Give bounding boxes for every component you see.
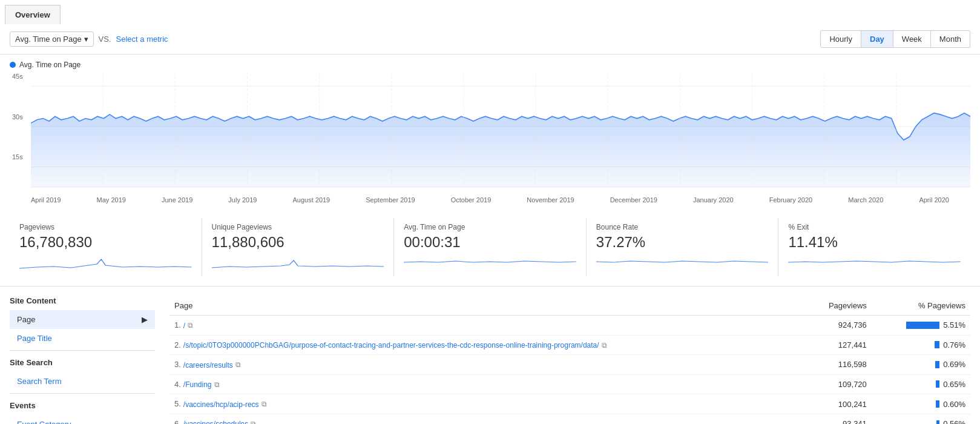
- table-row: 3./careers/results⧉116,5980.69%: [169, 355, 970, 375]
- metric-sparkline-avgtime: [404, 253, 576, 271]
- sidebar-section-site-content: Site Content: [10, 296, 155, 305]
- day-button[interactable]: Day: [861, 30, 893, 48]
- x-label-oct19: October 2019: [451, 196, 492, 204]
- chart-legend: Avg. Time on Page: [10, 61, 970, 69]
- sidebar: Site Content Page ▶ Page Title Site Sear…: [10, 296, 155, 424]
- copy-icon[interactable]: ⧉: [251, 420, 256, 424]
- table-cell-page: 3./careers/results⧉: [169, 355, 803, 375]
- table-cell-pageviews: 109,720: [803, 374, 872, 394]
- top-controls: Avg. Time on Page ▾ VS. Select a metric …: [0, 24, 980, 55]
- x-label-feb20: February 2020: [769, 196, 813, 204]
- metric-sparkline-exit: [788, 253, 961, 271]
- table-cell-pageviews: 93,341: [803, 414, 872, 424]
- metric-value-exit: 11.41%: [788, 234, 961, 251]
- sidebar-item-search-term-label: Search Term: [17, 377, 61, 386]
- page-link[interactable]: /s/topic/0TO3p000000PChbGAG/purpose-of-c…: [183, 341, 599, 349]
- chart-legend-label: Avg. Time on Page: [19, 61, 81, 69]
- hourly-button[interactable]: Hourly: [820, 30, 861, 48]
- metric-label-pageviews: Pageviews: [19, 223, 192, 231]
- sidebar-item-page[interactable]: Page ▶: [10, 310, 155, 329]
- table-cell-pct: 0.60%: [872, 394, 970, 414]
- metric-dropdown-label: Avg. Time on Page: [15, 35, 82, 44]
- sidebar-section-events: Events: [10, 401, 155, 410]
- table-cell-pct: 0.56%: [872, 414, 970, 424]
- table-cell-pct: 0.65%: [872, 374, 970, 394]
- row-num: 5.: [174, 399, 181, 408]
- chart-area[interactable]: [31, 73, 970, 194]
- page-link[interactable]: /: [183, 322, 185, 330]
- sidebar-item-event-category[interactable]: Event Category: [10, 415, 155, 424]
- sidebar-item-page-label: Page: [17, 315, 35, 324]
- select-metric-link[interactable]: Select a metric: [116, 35, 168, 44]
- table-cell-pageviews: 924,736: [803, 316, 872, 336]
- copy-icon[interactable]: ⧉: [602, 341, 607, 349]
- bar-chart: [906, 322, 939, 329]
- chart-svg: [31, 73, 970, 194]
- sidebar-item-event-category-label: Event Category: [17, 420, 71, 424]
- table-cell-pct: 5.51%: [872, 316, 970, 336]
- bottom-section: Site Content Page ▶ Page Title Site Sear…: [0, 287, 980, 424]
- metric-label-unique: Unique Pageviews: [212, 223, 384, 231]
- table-header-row: Page Pageviews % Pageviews: [169, 296, 970, 316]
- bar-chart: [935, 361, 939, 368]
- metric-card-unique: Unique Pageviews 11,880,606: [202, 218, 395, 276]
- y-label-45s: 45s: [12, 73, 28, 80]
- page-link[interactable]: /vaccines/schedules: [183, 420, 248, 424]
- metric-value-bounce: 37.27%: [596, 234, 769, 251]
- x-label-nov19: November 2019: [527, 196, 574, 204]
- sidebar-divider-2: [10, 393, 155, 394]
- metric-value-avgtime: 00:00:31: [404, 234, 576, 251]
- overview-tab[interactable]: Overview: [5, 5, 61, 24]
- dropdown-arrow-icon: ▾: [84, 35, 88, 44]
- table-cell-page: 1./⧉: [169, 316, 803, 336]
- sidebar-item-page-title-label: Page Title: [17, 334, 52, 343]
- metric-label-exit: % Exit: [788, 223, 961, 231]
- page-link[interactable]: /careers/results: [183, 361, 233, 369]
- copy-icon[interactable]: ⧉: [214, 380, 220, 389]
- table-cell-page: 2./s/topic/0TO3p000000PChbGAG/purpose-of…: [169, 335, 803, 355]
- sidebar-divider-1: [10, 350, 155, 351]
- y-label-30s: 30s: [12, 113, 28, 121]
- bar-chart: [936, 420, 939, 424]
- row-num: 2.: [174, 340, 181, 349]
- table-cell-pct: 0.69%: [872, 355, 970, 375]
- table-cell-pageviews: 116,598: [803, 355, 872, 375]
- week-button[interactable]: Week: [893, 30, 931, 48]
- table-cell-page: 6./vaccines/schedules⧉: [169, 414, 803, 424]
- y-label-15s: 15s: [12, 153, 28, 161]
- chart-section: Avg. Time on Page 45s 30s 15s: [0, 55, 980, 204]
- x-label-jan20: January 2020: [693, 196, 734, 204]
- table-row: 4./Funding⧉109,7200.65%: [169, 374, 970, 394]
- sidebar-item-page-title[interactable]: Page Title: [10, 329, 155, 348]
- metrics-row: Pageviews 16,780,830 Unique Pageviews 11…: [0, 208, 980, 287]
- col-header-pct-pageviews: % Pageviews: [872, 296, 970, 316]
- x-label-dec19: December 2019: [610, 196, 657, 204]
- x-label-aug19: August 2019: [292, 196, 330, 204]
- table-cell-pageviews: 127,441: [803, 335, 872, 355]
- table-section: Page Pageviews % Pageviews 1./⧉924,7365.…: [169, 296, 970, 424]
- metric-value-pageviews: 16,780,830: [19, 234, 192, 251]
- metric-sparkline-bounce: [596, 253, 769, 271]
- table-row: 6./vaccines/schedules⧉93,3410.56%: [169, 414, 970, 424]
- metric-dropdown[interactable]: Avg. Time on Page ▾: [10, 31, 94, 47]
- table-cell-pageviews: 100,241: [803, 394, 872, 414]
- legend-dot-icon: [10, 62, 16, 68]
- metric-selector: Avg. Time on Page ▾ VS. Select a metric: [10, 31, 168, 47]
- row-num: 1.: [174, 320, 181, 330]
- page-link[interactable]: /vaccines/hcp/acip-recs: [183, 400, 259, 409]
- copy-icon[interactable]: ⧉: [188, 321, 193, 330]
- metric-card-bounce: Bounce Rate 37.27%: [587, 218, 779, 276]
- metric-card-pageviews: Pageviews 16,780,830: [10, 218, 202, 276]
- row-num: 6.: [174, 419, 181, 424]
- x-label-jun19: June 2019: [162, 196, 192, 204]
- metric-sparkline-pageviews: [19, 253, 192, 271]
- sidebar-item-search-term[interactable]: Search Term: [10, 372, 155, 391]
- page-link[interactable]: /Funding: [183, 380, 212, 389]
- x-axis-labels: April 2019 May 2019 June 2019 July 2019 …: [10, 194, 970, 204]
- copy-icon[interactable]: ⧉: [261, 400, 267, 408]
- month-button[interactable]: Month: [931, 30, 970, 48]
- row-num: 4.: [174, 380, 181, 389]
- metric-card-exit: % Exit 11.41%: [778, 218, 970, 276]
- copy-icon[interactable]: ⧉: [235, 360, 241, 369]
- x-label-mar20: March 2020: [848, 196, 883, 204]
